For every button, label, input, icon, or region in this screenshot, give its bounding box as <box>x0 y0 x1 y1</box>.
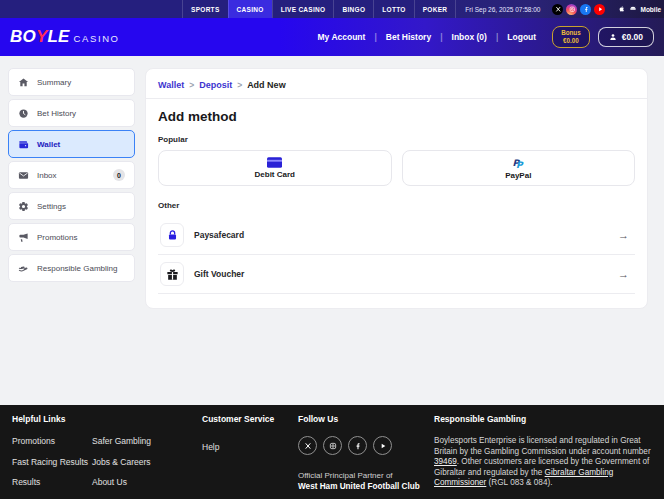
method-label: Debit Card <box>255 170 295 179</box>
bonus-badge[interactable]: Bonus €0.00 <box>552 26 590 48</box>
top-nav-poker[interactable]: POKER <box>414 0 457 18</box>
x-icon[interactable] <box>552 4 563 15</box>
boyle-casino-logo[interactable]: BOYLE CASINO <box>10 27 120 47</box>
paypal-icon: P P <box>512 157 525 169</box>
sidebar-item-inbox[interactable]: Inbox 0 <box>8 161 135 189</box>
home-icon <box>18 77 29 88</box>
my-account-link[interactable]: My Account <box>309 32 375 42</box>
responsible-gambling-icon <box>18 263 29 274</box>
wallet-panel: Wallet > Deposit > Add New Add method Po… <box>145 68 648 309</box>
top-nav: SPORTS CASINO LIVE CASINO BINGO LOTTO PO… <box>182 0 456 18</box>
person-icon <box>609 33 617 41</box>
breadcrumb-add-new: Add New <box>247 80 286 90</box>
follow-us-title: Follow Us <box>298 414 434 424</box>
method-icon-frame <box>160 262 184 286</box>
mobile-label: Mobile <box>640 6 661 13</box>
x-icon[interactable] <box>298 436 317 455</box>
sidebar-item-wallet[interactable]: Wallet <box>8 130 135 158</box>
history-icon <box>18 108 29 119</box>
facebook-icon[interactable] <box>580 4 591 15</box>
balance-button[interactable]: €0.00 <box>598 27 654 47</box>
other-section-label: Other <box>158 201 635 210</box>
page-title: Add method <box>158 109 635 124</box>
license-text: Boylesports Enterprise is licensed and r… <box>434 436 652 489</box>
responsible-gambling-title: Responsible Gambling <box>434 414 652 424</box>
account-number-link[interactable]: 39469 <box>434 457 457 466</box>
footer-link-jobs-careers[interactable]: Jobs & Careers <box>92 457 155 467</box>
instagram-icon[interactable] <box>566 4 577 15</box>
bonus-value: €0.00 <box>563 37 579 44</box>
top-nav-sports[interactable]: SPORTS <box>182 0 228 18</box>
footer-link-results[interactable]: Results <box>12 477 92 487</box>
main-header: BOYLE CASINO My Account | Bet History | … <box>0 18 664 56</box>
logo-accent-y: Y <box>36 27 48 46</box>
footer-follow-us: Follow Us Official Principal Partner of … <box>298 414 434 490</box>
footer-link-help[interactable]: Help <box>202 442 219 452</box>
inbox-icon <box>18 170 29 181</box>
sidebar-item-label: Bet History <box>37 109 76 118</box>
paypal-method[interactable]: P P PayPal <box>402 150 636 186</box>
gift-voucher-method-row[interactable]: Gift Voucher → <box>158 255 635 294</box>
sidebar-item-settings[interactable]: Settings <box>8 192 135 220</box>
top-nav-bingo[interactable]: BINGO <box>333 0 373 18</box>
sidebar-item-label: Inbox <box>37 171 57 180</box>
bonus-label: Bonus <box>561 29 581 36</box>
footer-helpful-links: Helpful Links Promotions Fast Racing Res… <box>12 414 202 490</box>
facebook-icon[interactable] <box>348 436 367 455</box>
footer-responsible-gambling: Responsible Gambling Boylesports Enterpr… <box>434 414 652 490</box>
sidebar-item-label: Summary <box>37 78 71 87</box>
sidebar-item-promotions[interactable]: Promotions <box>8 223 135 251</box>
sidebar-item-summary[interactable]: Summary <box>8 68 135 96</box>
sidebar-item-label: Promotions <box>37 233 77 242</box>
partner-club-name: West Ham United Football Club <box>298 482 434 491</box>
android-icon <box>629 5 637 13</box>
mobile-apps-link[interactable]: Mobile <box>618 5 661 13</box>
gift-icon <box>166 268 179 281</box>
method-label: Gift Voucher <box>194 269 244 279</box>
paysafecard-lock-icon <box>166 229 179 242</box>
paysafecard-method-row[interactable]: Paysafecard → <box>158 216 635 255</box>
topbar-right: Mobile Help <box>549 0 664 18</box>
breadcrumb: Wallet > Deposit > Add New <box>158 77 635 98</box>
account-sidebar: Summary Bet History Wallet Inbox 0 Setti… <box>8 68 135 282</box>
svg-text:P: P <box>516 159 524 169</box>
chevron-right-icon: > <box>189 80 194 90</box>
breadcrumb-wallet[interactable]: Wallet <box>158 80 184 90</box>
sidebar-item-bet-history[interactable]: Bet History <box>8 99 135 127</box>
sidebar-item-label: Wallet <box>37 140 60 149</box>
inbox-link[interactable]: Inbox (0) <box>443 32 496 42</box>
method-label: Paysafecard <box>194 230 244 240</box>
method-icon-frame <box>160 223 184 247</box>
instagram-icon[interactable] <box>323 436 342 455</box>
apple-icon <box>618 5 626 13</box>
top-nav-lotto[interactable]: LOTTO <box>373 0 413 18</box>
footer-link-safer-gambling[interactable]: Safer Gambling <box>92 436 155 446</box>
logo-text: BOYLE <box>10 27 70 47</box>
footer-customer-service: Customer Service Help <box>202 414 298 490</box>
debit-card-method[interactable]: Debit Card <box>158 150 392 186</box>
page-footer: Helpful Links Promotions Fast Racing Res… <box>0 405 664 499</box>
balance-value: €0.00 <box>622 32 643 42</box>
breadcrumb-divider <box>146 98 647 99</box>
footer-link-fast-racing-results[interactable]: Fast Racing Results <box>12 457 92 467</box>
top-nav-casino[interactable]: CASINO <box>228 0 272 18</box>
footer-link-promotions[interactable]: Promotions <box>12 436 92 446</box>
youtube-icon[interactable] <box>373 436 392 455</box>
sidebar-item-label: Responsible Gambling <box>37 264 118 273</box>
youtube-icon[interactable] <box>594 4 605 15</box>
breadcrumb-deposit[interactable]: Deposit <box>199 80 232 90</box>
arrow-right-icon: → <box>618 230 633 241</box>
logout-link[interactable]: Logout <box>498 32 545 42</box>
bet-history-link[interactable]: Bet History <box>377 32 440 42</box>
wallet-icon <box>18 139 29 150</box>
logo-suffix: CASINO <box>74 33 120 44</box>
footer-link-about-us[interactable]: About Us <box>92 477 155 487</box>
inbox-count-badge: 0 <box>113 169 125 181</box>
datetime-display: Fri Sep 26, 2025 07:58:00 <box>456 0 549 18</box>
arrow-right-icon: → <box>618 269 633 280</box>
method-label: PayPal <box>505 171 531 180</box>
popular-section-label: Popular <box>158 135 635 144</box>
helpful-links-title: Helpful Links <box>12 414 202 424</box>
sidebar-item-responsible-gambling[interactable]: Responsible Gambling <box>8 254 135 282</box>
top-nav-live-casino[interactable]: LIVE CASINO <box>272 0 334 18</box>
